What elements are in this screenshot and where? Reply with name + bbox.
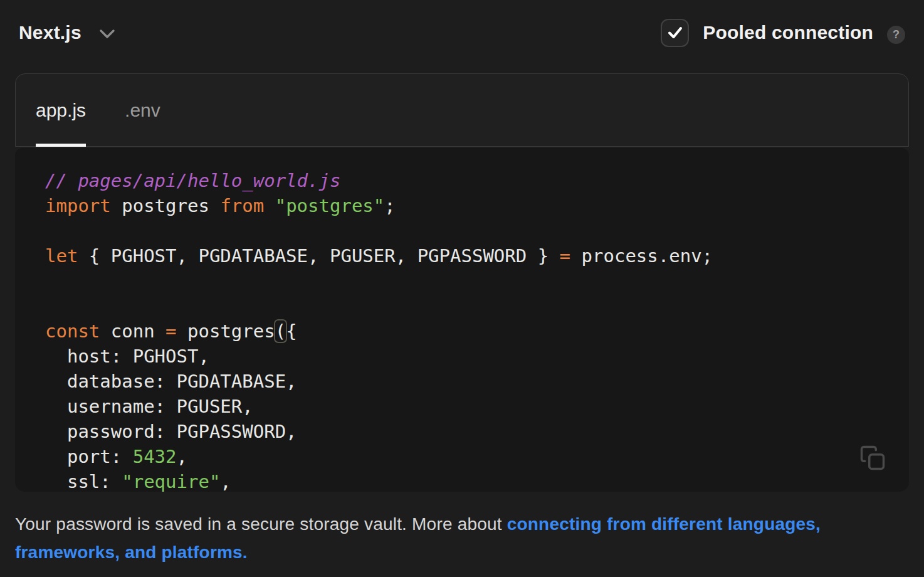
pooled-connection-label: Pooled connection	[703, 22, 873, 43]
code-line: database: PGDATABASE,	[45, 369, 884, 394]
copy-icon	[859, 445, 886, 471]
code-line: host: PGHOST,	[45, 344, 884, 369]
tab-app-js[interactable]: app.js	[36, 74, 86, 146]
copy-button[interactable]	[859, 444, 886, 472]
pooled-connection-checkbox[interactable]	[661, 19, 689, 47]
password-vault-note: Your password is saved in a secure stora…	[15, 510, 830, 566]
tab-env-label: .env	[125, 100, 160, 121]
framework-selector[interactable]: Next.js	[19, 22, 115, 43]
code-tabbar: app.js .env	[15, 73, 909, 147]
code-line: let { PGHOST, PGDATABASE, PGUSER, PGPASS…	[45, 243, 884, 268]
checkmark-icon	[666, 24, 684, 41]
code-line: password: PGPASSWORD,	[45, 419, 884, 444]
panel-header: Next.js Pooled connection ?	[0, 0, 924, 50]
connection-snippet-card: app.js .env // pages/api/hello_world.jsi…	[15, 73, 909, 492]
code-line	[45, 294, 884, 319]
code-line: ssl: "require",	[45, 469, 884, 492]
code-block[interactable]: // pages/api/hello_world.jsimport postgr…	[15, 148, 909, 492]
framework-selector-value: Next.js	[19, 22, 81, 43]
pooled-connection-control: Pooled connection ?	[661, 19, 905, 47]
code-line: port: 5432,	[45, 444, 884, 469]
code-line: username: PGUSER,	[45, 394, 884, 419]
tab-env[interactable]: .env	[125, 74, 160, 146]
help-icon[interactable]: ?	[887, 26, 905, 44]
code-line	[45, 218, 884, 243]
vault-note-text: Your password is saved in a secure stora…	[15, 514, 507, 534]
code-line: // pages/api/hello_world.js	[45, 168, 884, 193]
tab-app-js-label: app.js	[36, 100, 86, 121]
code-line: import postgres from "postgres";	[45, 193, 884, 218]
code-line: const conn = postgres({	[45, 319, 884, 344]
chevron-down-icon	[99, 28, 115, 40]
code-line	[45, 268, 884, 294]
